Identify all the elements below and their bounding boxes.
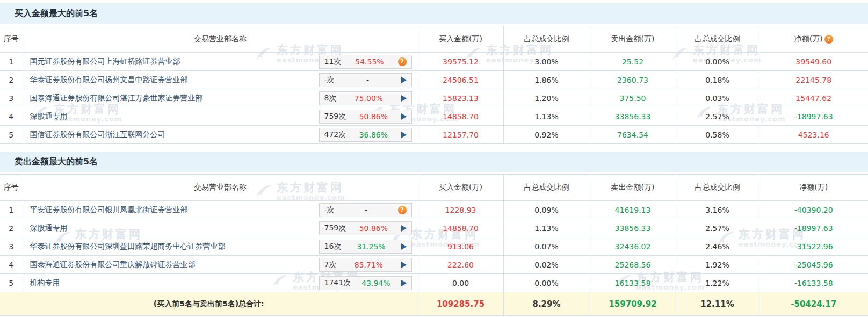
buy-amount: 12157.70 (418, 126, 503, 144)
buy-ratio: 0.09% (503, 201, 590, 219)
net-amount: -18997.63 (759, 107, 868, 126)
buy-ratio: 0.02% (503, 256, 590, 274)
expand-arrow-icon[interactable] (401, 113, 407, 120)
sell-amount: 16133.58 (590, 274, 676, 292)
branch-name-link[interactable]: 国泰海通证券股份有限公司重庆解放碑证券营业部 (30, 260, 196, 270)
buy-amount: 14858.70 (418, 107, 503, 126)
net-amount: 22145.78 (759, 71, 868, 89)
net-amount: -18997.63 (759, 219, 868, 237)
question-icon[interactable]: ? (398, 57, 407, 66)
sell-amount: 33856.33 (590, 107, 676, 126)
branch-name-link[interactable]: 平安证券股份有限公司银川凤凰北街证券营业部 (30, 205, 188, 215)
ranked-times: 472次 (324, 130, 346, 140)
buy-amount: 913.06 (418, 237, 503, 256)
ranked-times: 8次 (324, 93, 337, 103)
branch-stats-tag[interactable]: 472次 36.86% (319, 128, 412, 142)
sell-ratio: 2.57% (676, 219, 759, 237)
col-header-buy-ratio: 占总成交比例 (503, 26, 590, 53)
branch-stats-tag[interactable]: 16次 31.25% (319, 240, 412, 254)
expand-arrow-icon[interactable] (401, 225, 407, 232)
branch-name-link[interactable]: 深股通专用 (30, 224, 68, 233)
branch-name-link[interactable]: 机构专用 (30, 278, 60, 288)
row-index: 2 (0, 71, 23, 89)
buy-amount: 222.60 (418, 256, 503, 274)
col-header-buy-amount: 买入金额(万) (418, 175, 503, 201)
row-index: 2 (0, 219, 23, 237)
sell-table-header-row: 序号 交易营业部名称 买入金额(万) 占总成交比例 卖出金额(万) 占总成交比例… (0, 175, 868, 201)
col-header-sell-ratio: 占总成交比例 (676, 175, 759, 201)
branch-stats-tag[interactable]: -次 - ? (319, 203, 412, 217)
win-rate: - (366, 76, 369, 84)
row-index: 3 (0, 89, 23, 107)
branch-stats-tag[interactable]: 759次 50.86% (319, 221, 412, 235)
buy-table-header-row: 序号 交易营业部名称 买入金额(万) 占总成交比例 卖出金额(万) 占总成交比例… (0, 26, 868, 53)
ranked-times: 1741次 (324, 278, 351, 288)
sell-section-header: 卖出金额最大的前5名 (0, 152, 868, 172)
sell-ratio: 0.18% (676, 71, 759, 89)
sell-section-title: 卖出金额最大的前5名 (15, 156, 98, 168)
branch-stats-tag[interactable]: -次 - (319, 73, 412, 87)
ranked-times: 11次 (324, 57, 342, 67)
ranked-times: 759次 (324, 224, 346, 233)
sell-ratio: 2.46% (676, 237, 759, 256)
sell-ratio: 3.16% (676, 201, 759, 219)
sell-amount: 33856.33 (590, 219, 676, 237)
row-index: 5 (0, 126, 23, 144)
branch-name-link[interactable]: 深股通专用 (30, 112, 68, 121)
sell-amount: 25268.56 (590, 256, 676, 274)
table-row: 3 华泰证券股份有限公司深圳益田路荣超商务中心证券营业部 16次 31.25% … (0, 237, 868, 256)
branch-stats-tag[interactable]: 1741次 43.94% (319, 276, 412, 290)
branch-name-link[interactable]: 国元证券股份有限公司上海虹桥路证券营业部 (30, 57, 180, 67)
row-index: 4 (0, 256, 23, 274)
buy-ratio: 1.13% (503, 219, 590, 237)
buy-ratio: 1.20% (503, 89, 590, 107)
branch-name-link[interactable]: 华泰证券股份有限公司深圳益田路荣超商务中心证券营业部 (30, 242, 226, 251)
branch-stats-tag[interactable]: 759次 50.86% (319, 110, 412, 124)
net-amount: -16133.58 (759, 274, 868, 292)
expand-arrow-icon[interactable] (401, 95, 407, 102)
branch-stats-tag[interactable]: 7次 85.71% (319, 258, 412, 272)
question-icon[interactable]: ? (398, 206, 407, 214)
buy-amount: 14858.70 (418, 219, 503, 237)
ranked-times: -次 (324, 75, 335, 85)
expand-arrow-icon[interactable] (401, 132, 407, 138)
branch-name-link[interactable]: 国泰海通证券股份有限公司湛江万豪世家证券营业部 (30, 93, 203, 103)
buy-ratio: 1.86% (503, 71, 590, 89)
buy-amount: 1228.93 (418, 201, 503, 219)
expand-arrow-icon[interactable] (401, 262, 407, 268)
net-amount: 39549.60 (759, 53, 868, 71)
expand-arrow-icon[interactable] (401, 243, 407, 250)
sell-top5-table: 序号 交易营业部名称 买入金额(万) 占总成交比例 卖出金额(万) 占总成交比例… (0, 174, 868, 316)
buy-top5-table: 序号 交易营业部名称 买入金额(万) 占总成交比例 卖出金额(万) 占总成交比例… (0, 26, 868, 144)
win-rate: 54.55% (355, 57, 384, 66)
buy-ratio: 1.13% (503, 107, 590, 126)
sell-amount: 25.52 (590, 53, 676, 71)
row-index: 1 (0, 201, 23, 219)
branch-stats-tag[interactable]: 11次 54.55% ? (319, 55, 412, 69)
row-index: 5 (0, 274, 23, 292)
win-rate: - (365, 206, 367, 214)
table-row: 5 机构专用 1741次 43.94% 0.00 0.00% 16133.58 … (0, 274, 868, 292)
question-icon[interactable]: ? (824, 35, 833, 44)
buy-ratio: 3.00% (503, 53, 590, 71)
branch-name-link[interactable]: 国信证券股份有限公司浙江互联网分公司 (30, 130, 165, 140)
buy-amount: 0.00 (418, 274, 503, 292)
sell-ratio: 1.22% (676, 274, 759, 292)
totals-label: (买入前5名与卖出前5名)总合计: (0, 292, 418, 316)
ranked-times: 7次 (324, 260, 337, 270)
table-row: 3 国泰海通证券股份有限公司湛江万豪世家证券营业部 8次 75.00% 1582… (0, 89, 868, 107)
expand-arrow-icon[interactable] (401, 280, 407, 286)
branch-name-link[interactable]: 华泰证券股份有限公司扬州文昌中路证券营业部 (30, 75, 188, 85)
expand-arrow-icon[interactable] (401, 77, 407, 83)
col-header-index: 序号 (0, 175, 23, 201)
totals-buy-ratio: 8.29% (503, 292, 590, 316)
col-header-branch-name: 交易营业部名称 (23, 26, 418, 53)
branch-stats-tag[interactable]: 8次 75.00% (319, 91, 412, 105)
col-header-net-amount: 净额(万) (759, 175, 868, 201)
sell-amount: 375.50 (590, 89, 676, 107)
net-amount: -25045.96 (759, 256, 868, 274)
sell-amount: 32436.02 (590, 237, 676, 256)
net-amount: 4523.16 (759, 126, 868, 144)
row-index: 1 (0, 53, 23, 71)
col-header-sell-amount: 卖出金额(万) (590, 175, 676, 201)
